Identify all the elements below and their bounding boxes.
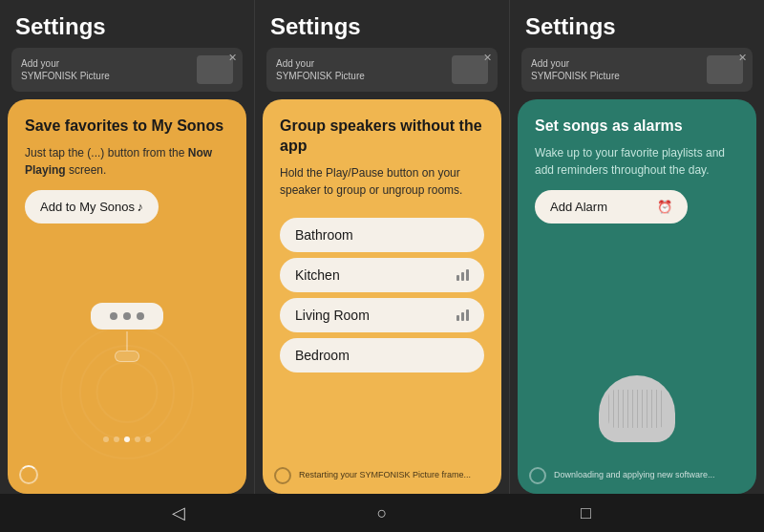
rooms-list: Bathroom Kitchen Living Room xyxy=(280,218,484,450)
screen-group-speakers: Settings Add your SYMFONISK Picture ✕ Gr… xyxy=(255,0,510,494)
sonos-speaker-visual xyxy=(535,235,739,450)
add-to-sonos-label: Add to My Sonos xyxy=(40,200,135,214)
alarm-icon: ⏰ xyxy=(657,200,672,214)
card-save-favorites: Save favorites to My Sonos Just tap the … xyxy=(8,99,246,494)
ad-text-2: Add your SYMFONISK Picture xyxy=(276,57,365,82)
card2-desc: Hold the Play/Pause button on your speak… xyxy=(280,164,484,199)
bar-l-2 xyxy=(461,312,464,321)
nav-home-button[interactable]: ○ xyxy=(363,494,401,532)
add-to-sonos-button[interactable]: Add to My Sonos ♪ xyxy=(25,190,159,223)
screen-save-favorites: Settings Add your SYMFONISK Picture ✕ Sa… xyxy=(0,0,255,494)
bar-k-3 xyxy=(466,269,469,281)
card3-title: Set songs as alarms xyxy=(535,117,739,137)
nav-recent-button[interactable]: □ xyxy=(566,494,605,532)
card2-title: Group speakers without the app xyxy=(280,117,484,157)
spinner-3 xyxy=(529,467,546,484)
room-kitchen-label: Kitchen xyxy=(295,267,340,283)
screen3-status: Downloading and applying new software... xyxy=(518,461,756,494)
status-text-3: Downloading and applying new software... xyxy=(554,470,715,481)
nav-bar: ◁ ○ □ xyxy=(0,494,764,532)
bar-k-1 xyxy=(456,275,459,281)
dot-3 xyxy=(137,312,144,320)
kitchen-bars xyxy=(456,269,469,281)
card1-desc: Just tap the (...) button from the Now P… xyxy=(25,144,229,179)
room-kitchen[interactable]: Kitchen xyxy=(280,258,484,292)
room-bathroom-label: Bathroom xyxy=(295,227,353,243)
dot-1 xyxy=(110,312,117,320)
music-note-icon: ♪ xyxy=(138,200,144,214)
ad-banner-3: Add your SYMFONISK Picture ✕ xyxy=(521,48,753,92)
nav-back-button[interactable]: ◁ xyxy=(159,494,198,532)
add-alarm-label: Add Alarm xyxy=(550,200,607,214)
room-livingroom-label: Living Room xyxy=(295,308,370,323)
screen3-title: Settings xyxy=(525,13,749,40)
room-bathroom[interactable]: Bathroom xyxy=(280,218,484,252)
touch-circle xyxy=(115,351,139,362)
bar-k-2 xyxy=(461,272,464,281)
screen2-title: Settings xyxy=(270,13,494,40)
card1-title: Save favorites to My Sonos xyxy=(25,117,229,137)
spinner-1 xyxy=(19,465,38,484)
ad-banner-1: Add your SYMFONISK Picture ✕ xyxy=(11,48,243,92)
livingroom-bars xyxy=(456,309,469,321)
card3-desc: Wake up to your favorite playlists and a… xyxy=(535,144,739,179)
ad-close-2[interactable]: ✕ xyxy=(483,52,492,64)
bar-l-3 xyxy=(466,309,469,321)
ad-close-1[interactable]: ✕ xyxy=(228,52,237,64)
screen3-header: Settings xyxy=(510,0,764,48)
card-group-speakers: Group speakers without the app Hold the … xyxy=(263,99,501,494)
ad-close-3[interactable]: ✕ xyxy=(738,52,747,64)
connector-line xyxy=(126,331,128,351)
ad-text-1: Add your SYMFONISK Picture xyxy=(21,57,110,82)
card-alarms: Set songs as alarms Wake up to your favo… xyxy=(518,99,756,494)
dots-container xyxy=(91,303,163,330)
speaker-visual xyxy=(25,235,229,431)
add-alarm-button[interactable]: Add Alarm ⏰ xyxy=(535,190,688,223)
screen1-title: Settings xyxy=(15,13,239,40)
ad-banner-2: Add your SYMFONISK Picture ✕ xyxy=(266,48,498,92)
screen1-header: Settings xyxy=(0,0,254,48)
spinner-2 xyxy=(274,467,291,484)
dot-2 xyxy=(123,312,131,320)
screen2-header: Settings xyxy=(255,0,509,48)
speaker-body xyxy=(599,375,675,442)
screen2-status: Restarting your SYMFONISK Picture frame.… xyxy=(263,461,501,494)
status-text-2: Restarting your SYMFONISK Picture frame.… xyxy=(299,470,471,481)
screen1-status xyxy=(8,459,246,494)
speaker-grille xyxy=(608,390,666,428)
room-bedroom[interactable]: Bedroom xyxy=(280,338,484,372)
ad-text-3: Add your SYMFONISK Picture xyxy=(531,57,620,82)
screen-alarms: Settings Add your SYMFONISK Picture ✕ Se… xyxy=(510,0,764,494)
ring-inner xyxy=(96,361,159,423)
bar-l-1 xyxy=(456,315,459,321)
room-bedroom-label: Bedroom xyxy=(295,348,350,363)
room-livingroom[interactable]: Living Room xyxy=(280,298,484,332)
